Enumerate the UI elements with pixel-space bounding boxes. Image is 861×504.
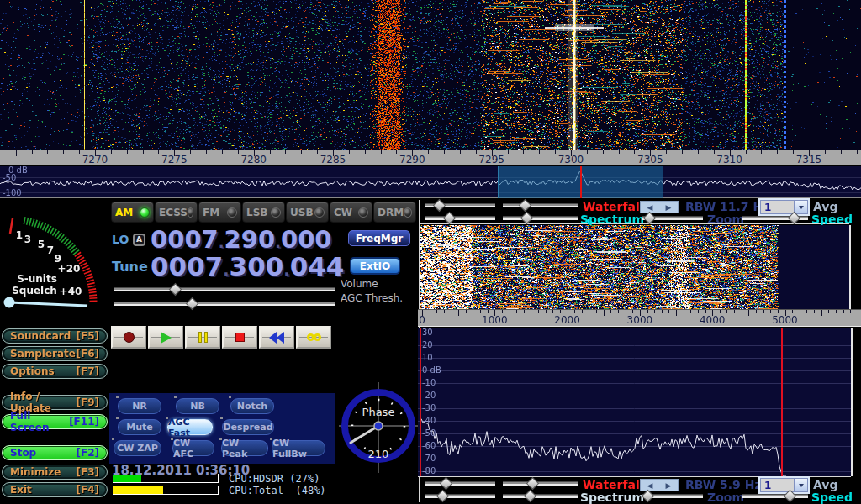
dsp-button-notch[interactable]: Notch	[230, 398, 274, 414]
volume-label: Volume	[341, 278, 378, 290]
soundcard-button[interactable]: Soundcard [F5]	[2, 328, 108, 344]
mode-button-lsb[interactable]: LSB	[242, 202, 285, 223]
waterfall-mode-label[interactable]: Waterfall	[583, 478, 644, 491]
mode-button-fm[interactable]: FM	[198, 202, 241, 223]
zoom-slider[interactable]	[642, 216, 703, 220]
dsp-button-cw-afc[interactable]: CW AFC	[172, 440, 214, 456]
slider-thumb[interactable]	[784, 490, 797, 503]
spin-left-icon[interactable]: ◀	[647, 203, 653, 212]
speed-label[interactable]: Speed	[811, 491, 853, 504]
slider-thumb[interactable]	[442, 212, 456, 225]
mode-button-ecss[interactable]: ECSS	[155, 202, 198, 223]
af-slider[interactable]	[425, 481, 495, 486]
spectrum-mode-label[interactable]: Spectrum	[580, 213, 644, 226]
speed-slider[interactable]	[742, 494, 808, 498]
volume-slider[interactable]	[114, 287, 335, 291]
dsp-button-cw-fullbw[interactable]: CW FullBw	[272, 440, 325, 456]
scale-tick	[574, 310, 575, 313]
combo-dropdown-icon[interactable]	[794, 479, 807, 491]
slider-thumb[interactable]	[520, 212, 533, 225]
zoom-label[interactable]: Zoom	[707, 213, 744, 226]
info-update-button[interactable]: Info / Update [F9]	[2, 395, 108, 410]
rf-frequency-scale[interactable]: 7270727572807285729072957300730573107315	[0, 150, 861, 165]
record-button[interactable]	[111, 326, 146, 349]
scale-tick	[756, 310, 757, 313]
dsp-button-nb[interactable]: NB	[176, 398, 219, 414]
agc-threshold-slider[interactable]	[114, 302, 335, 306]
dsp-button-cw-peak[interactable]: CW Peak	[221, 440, 268, 456]
dsp-button-mute[interactable]: Mute	[118, 419, 161, 435]
s-meter[interactable]: 13579+20+40 S-units Squelch	[0, 202, 108, 328]
af-slider[interactable]	[503, 481, 578, 486]
zoom-label[interactable]: Zoom	[707, 491, 744, 504]
db-scale-label: -50	[422, 428, 436, 438]
lo-label: LO	[112, 233, 133, 246]
slider-thumb[interactable]	[523, 490, 536, 503]
af-slider[interactable]	[425, 216, 495, 220]
combo-dropdown-icon[interactable]	[794, 201, 807, 213]
af-slider[interactable]	[425, 203, 495, 207]
mode-label: LSB	[246, 207, 267, 218]
af-slider[interactable]	[503, 216, 578, 220]
stop-button[interactable]: Stop [F2]	[2, 445, 108, 460]
lo-frequency-value[interactable]: 0007.290.000	[151, 225, 332, 254]
rf-spectrum-strip[interactable]: 0 dB-50-100	[0, 166, 861, 198]
dsp-button-agc-fast[interactable]: AGC Fast	[167, 419, 213, 435]
slider-thumb[interactable]	[519, 199, 532, 213]
spin-left-icon[interactable]: ◀	[647, 481, 653, 490]
af-slider[interactable]	[503, 494, 578, 498]
slider-thumb[interactable]	[432, 199, 446, 213]
dsp-button-cw-zap[interactable]: CW ZAP	[114, 440, 161, 456]
speed-label[interactable]: Speed	[811, 213, 853, 226]
rbw-spinner[interactable]: ◀▶	[640, 479, 679, 491]
tune-frequency-value[interactable]: 0007.300.044	[151, 251, 344, 281]
af-slider[interactable]	[503, 203, 578, 207]
mode-button-cw[interactable]: CW	[330, 202, 372, 223]
pause-button[interactable]	[185, 326, 220, 349]
agc-threshold-slider-thumb[interactable]	[186, 297, 199, 311]
lo-a-badge[interactable]: A	[133, 234, 145, 246]
scale-tick	[488, 310, 489, 313]
samplerate-button[interactable]: Samplerate [F6]	[2, 346, 108, 361]
play-button[interactable]	[148, 326, 183, 349]
slider-thumb[interactable]	[526, 477, 539, 491]
speed-slider[interactable]	[742, 216, 808, 220]
rf-waterfall-display[interactable]	[0, 0, 861, 150]
mode-button-usb[interactable]: USB	[286, 202, 329, 223]
spin-right-icon[interactable]: ▶	[666, 203, 672, 212]
rewind-button[interactable]	[259, 326, 294, 349]
volume-slider-thumb[interactable]	[168, 283, 182, 297]
scale-label: 2000	[549, 314, 586, 326]
db-scale-label: 10	[422, 353, 433, 362]
scale-tick	[843, 310, 844, 313]
af-slider[interactable]	[425, 494, 495, 498]
slider-thumb[interactable]	[436, 490, 450, 503]
spectrum-mode-label[interactable]: Spectrum	[580, 491, 644, 504]
rbw-spinner[interactable]: ◀▶	[640, 201, 679, 213]
zoom-slider[interactable]	[642, 494, 703, 498]
exit-button[interactable]: Exit [F4]	[2, 482, 108, 497]
extio-button[interactable]: ExtIO	[350, 257, 400, 275]
dsp-button-nr[interactable]: NR	[118, 398, 161, 414]
scale-tick	[143, 150, 144, 154]
dsp-button-despread[interactable]: Despread	[222, 419, 274, 435]
full-screen-button[interactable]: Full Screen [F11]	[2, 414, 108, 429]
freqmgr-button[interactable]: FreqMgr	[348, 230, 410, 246]
slider-thumb[interactable]	[440, 477, 453, 491]
af-spectrum-display[interactable]: 3020100 dB-10-20-30-40-50-60-70-80	[418, 328, 853, 476]
spin-right-icon[interactable]: ▶	[666, 481, 672, 490]
af-waterfall-display[interactable]	[420, 225, 851, 309]
options-button[interactable]: Options [F7]	[2, 364, 108, 379]
stop-button[interactable]	[222, 326, 257, 349]
scale-label: 1000	[476, 314, 513, 326]
waterfall-mode-label[interactable]: Waterfall	[583, 200, 644, 213]
af-frequency-scale[interactable]: 010002000300040005000	[418, 309, 861, 327]
slider-thumb[interactable]	[788, 212, 801, 225]
slider-thumb[interactable]	[643, 212, 657, 225]
loop-button[interactable]	[296, 326, 331, 349]
smeter-needle[interactable]	[9, 302, 87, 306]
loop-icon	[307, 333, 321, 341]
mode-button-drm[interactable]: DRM	[373, 202, 416, 223]
minimize-button[interactable]: Minimize [F3]	[2, 465, 108, 480]
mode-button-am[interactable]: AM	[111, 202, 154, 223]
